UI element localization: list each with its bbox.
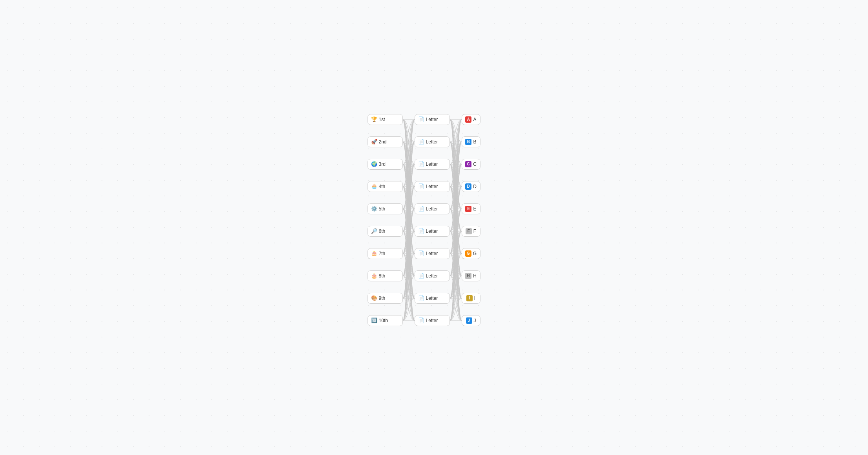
- rank-label-1: 2nd: [379, 139, 387, 145]
- badge-icon-6: G: [465, 250, 471, 257]
- letter-label-5: Letter: [426, 228, 438, 234]
- letter-node-1[interactable]: 📄Letter: [415, 136, 450, 147]
- letter-label-6: Letter: [426, 251, 438, 256]
- badge-node-1[interactable]: BB: [462, 136, 480, 147]
- letter-label-2: Letter: [426, 161, 438, 167]
- badge-label-4: E: [473, 206, 476, 212]
- badge-label-0: A: [473, 117, 476, 122]
- letter-node-8[interactable]: 📄Letter: [415, 293, 450, 304]
- rank-icon-0: 🏆: [371, 117, 377, 122]
- letter-label-7: Letter: [426, 273, 438, 279]
- rank-icon-3: 🧁: [371, 184, 377, 189]
- rank-label-5: 6th: [379, 228, 386, 234]
- rank-icon-4: ⚙️: [371, 206, 377, 211]
- badge-node-7[interactable]: HH: [462, 270, 480, 281]
- rank-label-3: 4th: [379, 184, 386, 189]
- badge-icon-4: E: [465, 206, 471, 212]
- badge-node-0[interactable]: AA: [462, 114, 480, 125]
- rank-node-6[interactable]: 🎂7th: [368, 248, 403, 259]
- rank-label-4: 5th: [379, 206, 386, 212]
- rank-icon-5: 🔎: [371, 228, 377, 234]
- letter-node-2[interactable]: 📄Letter: [415, 159, 450, 170]
- letter-node-9[interactable]: 📄Letter: [415, 315, 450, 326]
- rank-node-8[interactable]: 🎨9th: [368, 293, 403, 304]
- rank-label-2: 3rd: [379, 161, 386, 167]
- letter-icon-5: 📄: [418, 228, 424, 234]
- badge-node-4[interactable]: EE: [462, 203, 480, 214]
- rank-node-7[interactable]: 🎂8th: [368, 270, 403, 281]
- letter-node-4[interactable]: 📄Letter: [415, 203, 450, 214]
- rank-icon-9: 🔟: [371, 318, 377, 323]
- rank-label-0: 1st: [379, 117, 385, 122]
- badge-icon-3: D: [465, 183, 471, 190]
- rank-label-7: 8th: [379, 273, 386, 279]
- badge-icon-0: A: [465, 116, 471, 123]
- badge-icon-1: B: [465, 139, 471, 145]
- letter-column: 📄Letter📄Letter📄Letter📄Letter📄Letter📄Lett…: [415, 114, 450, 326]
- badge-icon-9: J: [466, 317, 472, 324]
- rank-node-0[interactable]: 🏆1st: [368, 114, 403, 125]
- badge-label-5: F: [473, 228, 476, 234]
- badge-icon-5: F: [466, 228, 472, 234]
- rank-icon-6: 🎂: [371, 251, 377, 256]
- rank-label-6: 7th: [379, 251, 386, 256]
- letter-icon-1: 📄: [418, 139, 424, 144]
- letter-label-8: Letter: [426, 295, 438, 301]
- letter-label-9: Letter: [426, 318, 438, 323]
- badge-label-8: I: [474, 295, 475, 301]
- letter-icon-3: 📄: [418, 184, 424, 189]
- badge-label-9: J: [474, 318, 476, 323]
- letter-node-6[interactable]: 📄Letter: [415, 248, 450, 259]
- badge-label-1: B: [473, 139, 476, 145]
- badge-column: AABBCCDDEEFFGGHHIIJJ: [462, 114, 485, 326]
- badge-node-5[interactable]: FF: [462, 226, 480, 237]
- rank-node-1[interactable]: 🚀2nd: [368, 136, 403, 147]
- rank-icon-2: 🌍: [371, 161, 377, 167]
- badge-node-6[interactable]: GG: [462, 248, 480, 259]
- badge-node-3[interactable]: DD: [462, 181, 480, 192]
- badge-label-7: H: [473, 273, 477, 279]
- letter-icon-7: 📄: [418, 273, 424, 278]
- badge-label-6: G: [473, 251, 477, 256]
- badge-icon-8: I: [466, 295, 473, 301]
- rank-label-8: 9th: [379, 295, 386, 301]
- rank-node-2[interactable]: 🌍3rd: [368, 159, 403, 170]
- rank-label-9: 10th: [379, 318, 388, 323]
- badge-node-8[interactable]: II: [462, 293, 480, 304]
- letter-label-0: Letter: [426, 117, 438, 122]
- badge-node-9[interactable]: JJ: [462, 315, 480, 326]
- badge-label-2: C: [473, 161, 477, 167]
- rank-node-5[interactable]: 🔎6th: [368, 226, 403, 237]
- letter-node-5[interactable]: 📄Letter: [415, 226, 450, 237]
- letter-icon-0: 📄: [418, 117, 424, 122]
- badge-icon-7: H: [465, 273, 471, 279]
- rank-icon-8: 🎨: [371, 295, 377, 301]
- rank-node-9[interactable]: 🔟10th: [368, 315, 403, 326]
- letter-node-0[interactable]: 📄Letter: [415, 114, 450, 125]
- letter-icon-8: 📄: [418, 295, 424, 301]
- badge-icon-2: C: [465, 161, 471, 167]
- letter-label-3: Letter: [426, 184, 438, 189]
- letter-label-1: Letter: [426, 139, 438, 145]
- letter-icon-6: 📄: [418, 251, 424, 256]
- badge-label-3: D: [473, 184, 477, 189]
- rank-node-3[interactable]: 🧁4th: [368, 181, 403, 192]
- rank-column: 🏆1st🚀2nd🌍3rd🧁4th⚙️5th🔎6th🎂7th🎂8th🎨9th🔟10…: [368, 114, 403, 326]
- letter-label-4: Letter: [426, 206, 438, 212]
- rank-icon-7: 🎂: [371, 273, 377, 278]
- letter-node-7[interactable]: 📄Letter: [415, 270, 450, 281]
- letter-icon-2: 📄: [418, 161, 424, 167]
- badge-node-2[interactable]: CC: [462, 159, 480, 170]
- letter-node-3[interactable]: 📄Letter: [415, 181, 450, 192]
- rank-node-4[interactable]: ⚙️5th: [368, 203, 403, 214]
- letter-icon-9: 📄: [418, 318, 424, 323]
- diagram-container: 🏆1st🚀2nd🌍3rd🧁4th⚙️5th🔎6th🎂7th🎂8th🎨9th🔟10…: [368, 114, 501, 341]
- rank-icon-1: 🚀: [371, 139, 377, 144]
- letter-icon-4: 📄: [418, 206, 424, 211]
